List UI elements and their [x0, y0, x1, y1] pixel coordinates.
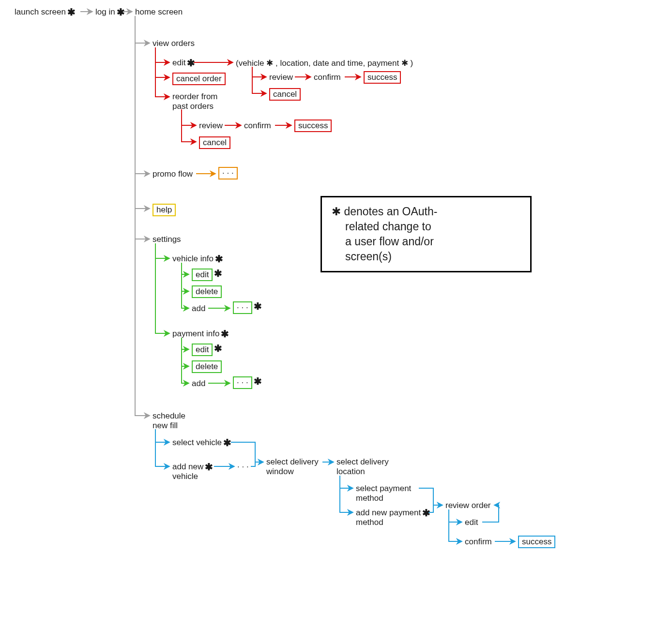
node-text: promo flow — [153, 169, 193, 179]
arrow — [135, 239, 149, 416]
node-text: edit — [465, 518, 478, 527]
node-edit1: edit — [172, 58, 185, 68]
node-reorder: reorder frompast orders — [172, 92, 218, 111]
node-text-line2: new fill — [153, 421, 178, 430]
node-padd: add — [192, 379, 205, 389]
node-text: reorder from — [172, 92, 218, 101]
arrow — [231, 442, 263, 462]
node-vadd: add — [192, 304, 205, 314]
legend-line: ✱ denotes an OAuth- — [332, 204, 520, 219]
arrow — [182, 349, 188, 366]
arrow — [155, 442, 169, 466]
node-selpay: select paymentmethod — [356, 484, 411, 503]
node-vedit: edit — [192, 269, 213, 281]
node-confirm2: confirm — [244, 121, 271, 131]
arrow — [155, 77, 169, 97]
arrow — [182, 338, 188, 349]
node-text-line2: vehicle — [172, 472, 198, 481]
node-text: schedule — [153, 411, 185, 420]
node-text: review — [269, 73, 293, 82]
node-vdel: delete — [192, 285, 222, 298]
asterisk-icon: ✱ — [187, 57, 195, 69]
node-success2: success — [294, 120, 332, 132]
node-selloc: select deliverylocation — [336, 457, 389, 477]
node-addpay: add new paymentmethod — [356, 508, 421, 527]
arrow — [135, 174, 149, 209]
node-selwin: select deliverywindow — [266, 457, 319, 477]
arrow — [252, 67, 266, 77]
node-text: success — [298, 121, 328, 130]
node-text: payment info — [172, 329, 219, 338]
node-text: add new — [172, 462, 203, 471]
node-launch: launch screen — [15, 7, 66, 17]
node-success1: success — [364, 71, 401, 84]
node-pedit: edit — [192, 344, 213, 356]
node-text: edit — [196, 270, 209, 279]
node-text: settings — [153, 235, 181, 244]
arrow — [135, 209, 149, 239]
asterisk-icon: ✱ — [214, 268, 222, 279]
asterisk-icon: ✱ — [215, 253, 223, 265]
asterisk-icon: ✱ — [221, 328, 229, 340]
arrow — [182, 109, 196, 125]
node-text: review — [199, 121, 223, 130]
node-text-line2: past orders — [172, 102, 214, 111]
node-text: edit — [196, 345, 209, 354]
arrow — [135, 16, 149, 43]
node-pinfo: payment info — [172, 329, 219, 339]
asterisk-icon: ✱ — [254, 375, 262, 387]
arrow — [449, 522, 461, 541]
asterisk-icon: ✱ — [67, 6, 76, 18]
node-cancel1: cancel — [269, 88, 301, 101]
arrow — [182, 366, 188, 383]
node-addvehdots: · · · — [237, 462, 249, 472]
node-review1: review — [269, 73, 293, 82]
node-text: · · · — [237, 378, 248, 387]
arrow — [155, 62, 169, 77]
arrow — [135, 43, 149, 174]
node-text: · · · — [237, 303, 248, 312]
node-cancelorder: cancel order — [172, 73, 226, 85]
arrow — [340, 476, 352, 488]
node-text-line2: window — [266, 467, 294, 476]
arrow — [155, 258, 169, 333]
arrow — [155, 47, 169, 62]
node-text: add — [192, 304, 205, 313]
node-vgroup: (vehicle ✱ , location, date and time, pa… — [236, 58, 413, 68]
legend-line: a user flow and/or — [332, 234, 520, 249]
arrow — [449, 509, 461, 522]
node-review2: review — [199, 121, 223, 131]
node-home: home screen — [135, 7, 183, 17]
node-text: home screen — [135, 7, 183, 16]
node-text: success — [367, 73, 397, 82]
node-text: · · · — [237, 462, 249, 471]
node-text: cancel order — [176, 74, 222, 83]
node-text: launch screen — [15, 7, 66, 16]
node-text-line2: method — [356, 518, 383, 527]
node-vieworders: view orders — [153, 39, 195, 48]
arrow — [155, 429, 169, 442]
arrow — [182, 274, 188, 291]
asterisk-icon: ✱ — [223, 437, 231, 449]
node-text: add — [192, 379, 205, 388]
node-confirm3: confirm — [465, 537, 492, 547]
node-cancel2: cancel — [199, 136, 230, 149]
node-text: select payment — [356, 484, 411, 493]
node-addveh: add newvehicle — [172, 462, 203, 481]
node-login: log in — [95, 7, 115, 17]
node-text: vehicle info — [172, 254, 214, 263]
node-padddots: · · · — [233, 376, 252, 389]
node-text: review order — [445, 501, 491, 510]
node-text: cancel — [203, 138, 227, 147]
node-promodots: · · · — [218, 167, 238, 179]
node-vinfo: vehicle info — [172, 254, 214, 264]
node-selveh: select vehicle — [172, 438, 222, 448]
node-text: (vehicle ✱ , location, date and time, pa… — [236, 59, 413, 68]
arrow — [182, 263, 188, 274]
legend-line: screen(s) — [332, 249, 520, 264]
node-help: help — [153, 204, 176, 216]
arrow — [419, 488, 442, 505]
asterisk-icon: ✱ — [214, 343, 222, 354]
node-success3: success — [518, 536, 555, 548]
node-text: help — [156, 205, 172, 214]
